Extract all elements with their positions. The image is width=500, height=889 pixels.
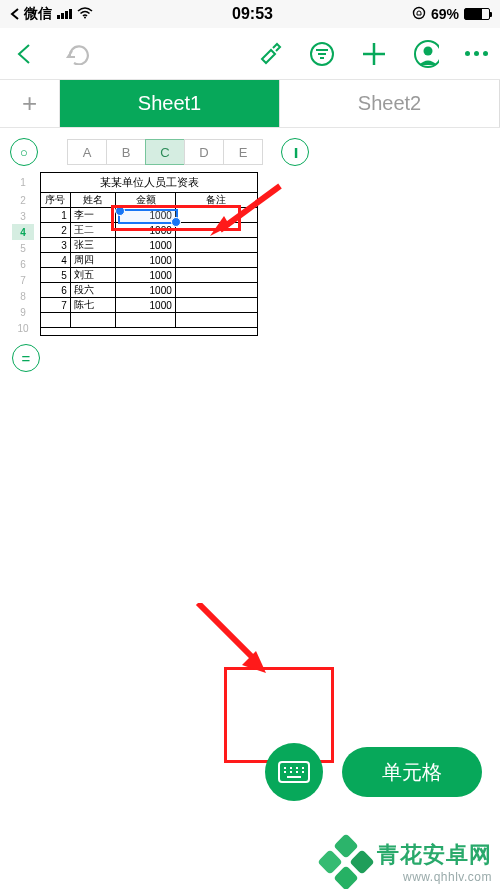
col-B[interactable]: B: [106, 139, 146, 165]
clock: 09:53: [232, 5, 273, 23]
svg-point-1: [413, 7, 424, 18]
table-row: 5刘五1000: [41, 268, 257, 283]
undo-icon[interactable]: [64, 41, 90, 67]
row-6[interactable]: 6: [12, 256, 34, 272]
filter-icon[interactable]: [309, 41, 335, 67]
formula-button[interactable]: =: [12, 344, 40, 372]
add-sheet-button[interactable]: +: [0, 80, 60, 127]
keyboard-button[interactable]: [265, 743, 323, 801]
col-D[interactable]: D: [184, 139, 224, 165]
wifi-icon: [77, 6, 93, 22]
record-button[interactable]: ○: [10, 138, 38, 166]
cell-edit-button[interactable]: 单元格: [342, 747, 482, 797]
table-row: [41, 313, 257, 328]
row-9[interactable]: 9: [12, 304, 34, 320]
main-toolbar: [0, 28, 500, 80]
svg-marker-11: [210, 216, 230, 236]
watermark: 青花安卓网 www.qhhlv.com: [321, 837, 492, 887]
watermark-url: www.qhhlv.com: [377, 870, 492, 884]
svg-point-9: [424, 46, 433, 55]
row-1[interactable]: 1: [12, 172, 34, 192]
column-controls: ○ A B C D E ||: [0, 128, 500, 172]
hdr-num: 序号: [41, 193, 71, 207]
table-row: 4周四1000: [41, 253, 257, 268]
hdr-name: 姓名: [71, 193, 117, 207]
back-icon[interactable]: [12, 41, 38, 67]
svg-line-10: [220, 186, 280, 230]
row-8[interactable]: 8: [12, 288, 34, 304]
row-3[interactable]: 3: [12, 208, 34, 224]
col-A[interactable]: A: [67, 139, 107, 165]
annotation-arrow-bottom: [188, 603, 278, 687]
row-5[interactable]: 5: [12, 240, 34, 256]
svg-rect-14: [279, 762, 309, 782]
footer-controls: 单元格: [0, 749, 500, 819]
more-icon[interactable]: [465, 51, 488, 56]
watermark-logo-icon: [321, 837, 371, 887]
tab-sheet2[interactable]: Sheet2: [280, 80, 500, 127]
add-icon[interactable]: [361, 41, 387, 67]
battery-percent: 69%: [431, 6, 459, 22]
row-7[interactable]: 7: [12, 272, 34, 288]
cell-signal-icon: [57, 9, 72, 19]
sheet-tabs: + Sheet1 Sheet2: [0, 80, 500, 128]
pause-button[interactable]: ||: [281, 138, 309, 166]
rotation-lock-icon: [412, 6, 426, 23]
table-row: 6段六1000: [41, 283, 257, 298]
tab-sheet1[interactable]: Sheet1: [60, 80, 280, 127]
back-to-app[interactable]: 微信: [10, 5, 52, 23]
watermark-name: 青花安卓网: [377, 840, 492, 870]
col-C[interactable]: C: [145, 139, 185, 165]
svg-line-12: [198, 603, 258, 663]
table-row: 7陈七1000: [41, 298, 257, 313]
row-2[interactable]: 2: [12, 192, 34, 208]
profile-icon[interactable]: [413, 41, 439, 67]
keyboard-icon: [278, 761, 310, 783]
row-4[interactable]: 4: [12, 224, 34, 240]
row-10[interactable]: 10: [12, 320, 34, 336]
status-bar: 微信 09:53 69%: [0, 0, 500, 28]
col-E[interactable]: E: [223, 139, 263, 165]
battery-icon: [464, 8, 490, 20]
annotation-arrow-top: [210, 186, 290, 250]
svg-point-0: [84, 17, 86, 19]
format-brush-icon[interactable]: [257, 41, 283, 67]
